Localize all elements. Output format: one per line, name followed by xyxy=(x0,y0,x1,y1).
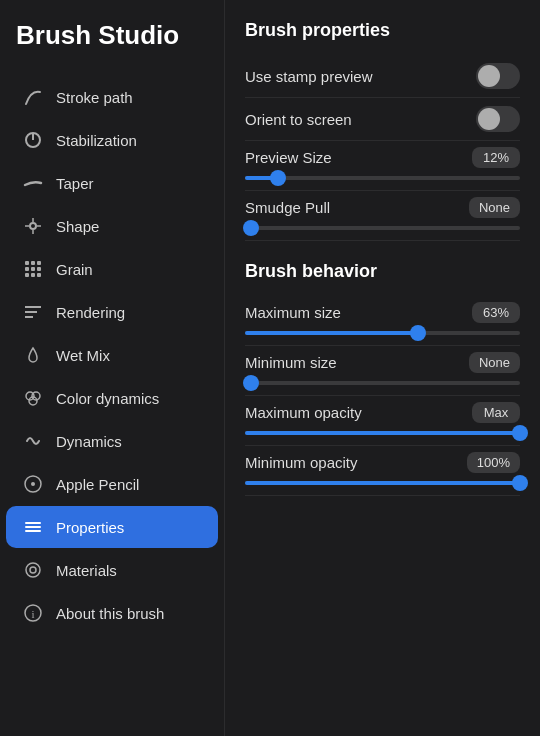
preview-size-badge: 12% xyxy=(472,147,520,168)
svg-rect-25 xyxy=(25,526,41,528)
maximum-opacity-slider[interactable] xyxy=(245,431,520,435)
grain-icon xyxy=(22,258,44,280)
main-content: Brush properties Use stamp preview Orien… xyxy=(225,0,540,736)
use-stamp-preview-toggle[interactable] xyxy=(476,63,520,89)
taper-icon xyxy=(22,172,44,194)
maximum-size-fill xyxy=(245,331,418,335)
orient-to-screen-label: Orient to screen xyxy=(245,111,352,128)
color-dynamics-icon xyxy=(22,387,44,409)
smudge-pull-header: Smudge Pull None xyxy=(245,197,520,218)
maximum-opacity-row: Maximum opacity Max xyxy=(245,396,520,446)
sidebar-item-wet-mix[interactable]: Wet Mix xyxy=(6,334,218,376)
sidebar-item-materials[interactable]: Materials xyxy=(6,549,218,591)
sidebar-item-about-label: About this brush xyxy=(56,605,164,622)
sidebar-item-shape-label: Shape xyxy=(56,218,99,235)
rendering-icon xyxy=(22,301,44,323)
maximum-size-slider[interactable] xyxy=(245,331,520,335)
sidebar-item-taper-label: Taper xyxy=(56,175,94,192)
svg-point-23 xyxy=(31,482,35,486)
sidebar-item-materials-label: Materials xyxy=(56,562,117,579)
smudge-pull-thumb[interactable] xyxy=(243,220,259,236)
minimum-opacity-slider[interactable] xyxy=(245,481,520,485)
orient-to-screen-row: Orient to screen xyxy=(245,98,520,141)
maximum-opacity-fill xyxy=(245,431,520,435)
svg-rect-13 xyxy=(25,273,29,277)
brush-behavior-title: Brush behavior xyxy=(245,261,520,282)
maximum-opacity-thumb[interactable] xyxy=(512,425,528,441)
minimum-size-thumb[interactable] xyxy=(243,375,259,391)
brush-behavior-section: Brush behavior Maximum size 63% Minimum … xyxy=(245,261,520,496)
sidebar-item-stabilization[interactable]: Stabilization xyxy=(6,119,218,161)
sidebar: Brush Studio Stroke pathStabilizationTap… xyxy=(0,0,225,736)
maximum-size-thumb[interactable] xyxy=(410,325,426,341)
about-icon: i xyxy=(22,602,44,624)
smudge-pull-slider[interactable] xyxy=(245,226,520,230)
minimum-opacity-badge: 100% xyxy=(467,452,520,473)
svg-point-2 xyxy=(30,223,36,229)
svg-rect-14 xyxy=(31,273,35,277)
preview-size-header: Preview Size 12% xyxy=(245,147,520,168)
sidebar-item-rendering[interactable]: Rendering xyxy=(6,291,218,333)
sidebar-item-dynamics-label: Dynamics xyxy=(56,433,122,450)
svg-point-28 xyxy=(30,567,36,573)
svg-rect-26 xyxy=(25,530,41,532)
sidebar-item-stroke-path-label: Stroke path xyxy=(56,89,133,106)
minimum-size-header: Minimum size None xyxy=(245,352,520,373)
sidebar-item-stabilization-label: Stabilization xyxy=(56,132,137,149)
preview-size-row: Preview Size 12% xyxy=(245,141,520,191)
wet-mix-icon xyxy=(22,344,44,366)
maximum-size-row: Maximum size 63% xyxy=(245,296,520,346)
properties-icon xyxy=(22,516,44,538)
apple-pencil-icon xyxy=(22,473,44,495)
minimum-size-badge: None xyxy=(469,352,520,373)
minimum-size-slider[interactable] xyxy=(245,381,520,385)
minimum-opacity-header: Minimum opacity 100% xyxy=(245,452,520,473)
orient-to-screen-toggle[interactable] xyxy=(476,106,520,132)
use-stamp-preview-row: Use stamp preview xyxy=(245,55,520,98)
maximum-opacity-label: Maximum opacity xyxy=(245,404,362,421)
minimum-opacity-thumb[interactable] xyxy=(512,475,528,491)
sidebar-item-taper[interactable]: Taper xyxy=(6,162,218,204)
sidebar-item-stroke-path[interactable]: Stroke path xyxy=(6,76,218,118)
materials-icon xyxy=(22,559,44,581)
sidebar-item-apple-pencil[interactable]: Apple Pencil xyxy=(6,463,218,505)
sidebar-item-color-dynamics[interactable]: Color dynamics xyxy=(6,377,218,419)
svg-rect-10 xyxy=(25,267,29,271)
sidebar-item-dynamics[interactable]: Dynamics xyxy=(6,420,218,462)
sidebar-item-rendering-label: Rendering xyxy=(56,304,125,321)
minimum-opacity-label: Minimum opacity xyxy=(245,454,358,471)
svg-rect-15 xyxy=(37,273,41,277)
sidebar-item-shape[interactable]: Shape xyxy=(6,205,218,247)
sidebar-item-about[interactable]: iAbout this brush xyxy=(6,592,218,634)
svg-rect-11 xyxy=(31,267,35,271)
sidebar-item-color-dynamics-label: Color dynamics xyxy=(56,390,159,407)
stroke-path-icon xyxy=(22,86,44,108)
maximum-opacity-badge: Max xyxy=(472,402,520,423)
minimum-size-label: Minimum size xyxy=(245,354,337,371)
brush-properties-title: Brush properties xyxy=(245,20,520,41)
svg-rect-24 xyxy=(25,522,41,524)
shape-icon xyxy=(22,215,44,237)
minimum-opacity-fill xyxy=(245,481,520,485)
sidebar-item-grain-label: Grain xyxy=(56,261,93,278)
minimum-size-row: Minimum size None xyxy=(245,346,520,396)
svg-rect-7 xyxy=(25,261,29,265)
maximum-size-header: Maximum size 63% xyxy=(245,302,520,323)
app-title: Brush Studio xyxy=(0,20,224,75)
stabilization-icon xyxy=(22,129,44,151)
preview-size-thumb[interactable] xyxy=(270,170,286,186)
sidebar-item-properties[interactable]: Properties xyxy=(6,506,218,548)
smudge-pull-badge: None xyxy=(469,197,520,218)
smudge-pull-row: Smudge Pull None xyxy=(245,191,520,241)
preview-size-label: Preview Size xyxy=(245,149,332,166)
preview-size-slider[interactable] xyxy=(245,176,520,180)
minimum-opacity-row: Minimum opacity 100% xyxy=(245,446,520,496)
use-stamp-preview-label: Use stamp preview xyxy=(245,68,373,85)
maximum-size-label: Maximum size xyxy=(245,304,341,321)
sidebar-item-grain[interactable]: Grain xyxy=(6,248,218,290)
svg-point-27 xyxy=(26,563,40,577)
sidebar-item-apple-pencil-label: Apple Pencil xyxy=(56,476,139,493)
svg-rect-8 xyxy=(31,261,35,265)
maximum-size-badge: 63% xyxy=(472,302,520,323)
smudge-pull-label: Smudge Pull xyxy=(245,199,330,216)
